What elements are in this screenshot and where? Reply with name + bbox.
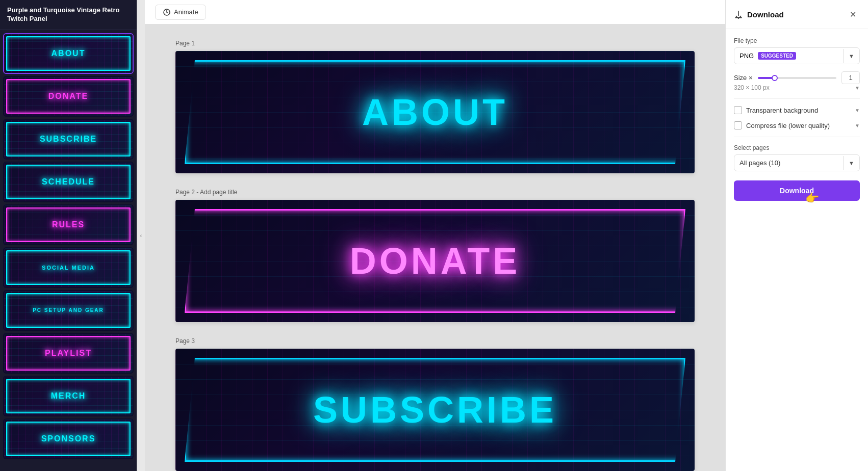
size-row: Size × bbox=[734, 71, 860, 84]
page-3-section: Page 3 SUBSCRIBE bbox=[175, 337, 695, 471]
sidebar-items-list: ABOUT DONATE SUBSCRIBE SCHEDULE bbox=[0, 30, 137, 462]
pages-chevron-icon[interactable]: ▼ bbox=[843, 156, 859, 170]
transparent-bg-row: Transparent background ▼ bbox=[734, 106, 860, 114]
sidebar-item-subscribe[interactable]: SUBSCRIBE bbox=[3, 119, 134, 160]
page-1-more-btn[interactable]: … bbox=[675, 56, 690, 70]
compress-file-left: Compress file (lower quality) bbox=[734, 121, 830, 129]
download-button-wrapper: Download 👉 bbox=[734, 178, 860, 201]
close-download-panel-button[interactable]: ✕ bbox=[846, 7, 860, 21]
page-1-label: Page 1 bbox=[175, 40, 695, 47]
transparent-bg-label: Transparent background bbox=[746, 107, 818, 114]
sidebar-item-about-label: ABOUT bbox=[52, 49, 86, 58]
compress-chevron-icon[interactable]: ▼ bbox=[855, 123, 860, 128]
size-dims-text: 320 × 100 px bbox=[734, 84, 770, 91]
canvas-scroll-area: Page 1 ABOUT ⇧ ⇩ ☷ 🗑 … Page 2 - Add page… bbox=[145, 24, 725, 471]
sidebar-item-pc-setup[interactable]: PC SETUP AND GEAR bbox=[3, 290, 134, 331]
page-2-down-btn[interactable]: ⇩ bbox=[623, 205, 637, 219]
sidebar: Purple and Turquoise Vintage Retro Twitc… bbox=[0, 0, 137, 471]
sidebar-item-donate-label: DONATE bbox=[48, 92, 88, 101]
page-1-text: ABOUT bbox=[362, 91, 508, 133]
file-type-text: PNG bbox=[739, 52, 754, 60]
compress-file-label: Compress file (lower quality) bbox=[746, 122, 830, 129]
sidebar-item-about[interactable]: ABOUT bbox=[3, 33, 134, 74]
page-2-canvas[interactable]: DONATE ⇧ ⇩ ☷ 🗑 … bbox=[175, 200, 695, 322]
sidebar-item-donate[interactable]: DONATE bbox=[3, 76, 134, 117]
divider-1 bbox=[734, 98, 860, 99]
animate-button[interactable]: Animate bbox=[155, 5, 206, 20]
page-2-label: Page 2 - Add page title bbox=[175, 189, 695, 196]
page-1-up-btn[interactable]: ⇧ bbox=[606, 56, 620, 70]
sidebar-item-sponsors[interactable]: SPONSORS bbox=[3, 418, 134, 459]
transparent-bg-left: Transparent background bbox=[734, 106, 818, 114]
collapse-icon: ‹ bbox=[140, 233, 142, 239]
sidebar-item-social-media[interactable]: SOCIAL MEDIA bbox=[3, 247, 134, 288]
transparent-bg-chevron-icon[interactable]: ▼ bbox=[855, 108, 860, 113]
select-pages-section: Select pages All pages (10) ▼ bbox=[734, 144, 860, 171]
sidebar-item-schedule[interactable]: SCHEDULE bbox=[3, 162, 134, 202]
divider-2 bbox=[734, 137, 860, 137]
size-slider-thumb bbox=[772, 75, 778, 81]
size-slider[interactable] bbox=[758, 77, 837, 79]
download-icon bbox=[734, 10, 743, 19]
page-2-text: DONATE bbox=[350, 240, 521, 282]
size-dims: 320 × 100 px ▼ bbox=[734, 84, 860, 91]
file-type-chevron-icon[interactable]: ▼ bbox=[843, 49, 859, 63]
size-input[interactable] bbox=[841, 71, 860, 84]
page-2-copy-btn[interactable]: ☷ bbox=[641, 205, 655, 219]
sidebar-item-merch[interactable]: MERCH bbox=[3, 376, 134, 416]
sidebar-item-subscribe-label: SUBSCRIBE bbox=[40, 135, 97, 144]
sidebar-item-rules-label: RULES bbox=[52, 220, 85, 229]
file-type-value: PNG SUGGESTED bbox=[734, 48, 843, 64]
file-type-section: File type PNG SUGGESTED ▼ bbox=[734, 37, 860, 64]
page-1-delete-btn[interactable]: 🗑 bbox=[658, 56, 672, 70]
download-button-label: Download bbox=[780, 187, 814, 195]
suggested-badge: SUGGESTED bbox=[758, 52, 796, 60]
size-label: Size × bbox=[734, 74, 753, 82]
page-2-section: Page 2 - Add page title DONATE ⇧ ⇩ ☷ 🗑 … bbox=[175, 189, 695, 322]
size-section: Size × 320 × 100 px ▼ bbox=[734, 71, 860, 91]
sidebar-item-pc-setup-label: PC SETUP AND GEAR bbox=[33, 307, 104, 313]
pages-select[interactable]: All pages (10) ▼ bbox=[734, 154, 860, 171]
page-1-canvas[interactable]: ABOUT ⇧ ⇩ ☷ 🗑 … bbox=[175, 51, 695, 173]
compress-file-row: Compress file (lower quality) ▼ bbox=[734, 121, 860, 129]
download-header-left: Download bbox=[734, 10, 784, 19]
page-1-section: Page 1 ABOUT ⇧ ⇩ ☷ 🗑 … bbox=[175, 40, 695, 173]
collapse-handle[interactable]: ‹ bbox=[137, 0, 145, 471]
sidebar-item-sponsors-label: SPONSORS bbox=[41, 434, 96, 443]
sidebar-item-social-media-label: SOCIAL MEDIA bbox=[42, 265, 95, 271]
page-1-down-btn[interactable]: ⇩ bbox=[623, 56, 637, 70]
sidebar-item-playlist[interactable]: PLAYLIST bbox=[3, 333, 134, 374]
download-panel-title: Download bbox=[747, 10, 784, 19]
sidebar-item-playlist-label: PLAYLIST bbox=[45, 349, 92, 358]
toolbar: Animate bbox=[145, 0, 725, 24]
page-2-more-btn[interactable]: … bbox=[675, 205, 690, 219]
file-type-select[interactable]: PNG SUGGESTED ▼ bbox=[734, 47, 860, 64]
sidebar-title: Purple and Turquoise Vintage Retro Twitc… bbox=[0, 0, 137, 30]
size-dims-chevron-icon[interactable]: ▼ bbox=[855, 85, 860, 91]
download-panel: Download ✕ File type PNG SUGGESTED ▼ Siz… bbox=[725, 0, 868, 471]
content-wrapper: Animate Page 1 ABOUT ⇧ ⇩ ☷ 🗑 … bbox=[145, 0, 725, 471]
sidebar-item-rules[interactable]: RULES bbox=[3, 204, 134, 245]
page-3-label: Page 3 bbox=[175, 337, 695, 345]
animate-icon bbox=[163, 8, 171, 16]
pages-select-value: All pages (10) bbox=[734, 155, 843, 171]
page-1-copy-btn[interactable]: ☷ bbox=[641, 56, 655, 70]
page-2-up-btn[interactable]: ⇧ bbox=[606, 205, 620, 219]
transparent-bg-checkbox[interactable] bbox=[734, 106, 742, 114]
page-3-text: SUBSCRIBE bbox=[313, 389, 557, 431]
download-header: Download ✕ bbox=[726, 0, 868, 29]
download-button[interactable]: Download bbox=[734, 180, 860, 201]
page-2-delete-btn[interactable]: 🗑 bbox=[658, 205, 672, 219]
compress-file-checkbox[interactable] bbox=[734, 121, 742, 129]
size-slider-fill bbox=[758, 77, 774, 79]
animate-label: Animate bbox=[174, 8, 198, 16]
page-3-canvas[interactable]: SUBSCRIBE bbox=[175, 349, 695, 471]
file-type-label: File type bbox=[734, 37, 860, 44]
sidebar-item-schedule-label: SCHEDULE bbox=[42, 177, 95, 187]
select-pages-label: Select pages bbox=[734, 144, 860, 151]
download-body: File type PNG SUGGESTED ▼ Size × 320 × bbox=[726, 29, 868, 209]
sidebar-item-merch-label: MERCH bbox=[51, 391, 86, 401]
